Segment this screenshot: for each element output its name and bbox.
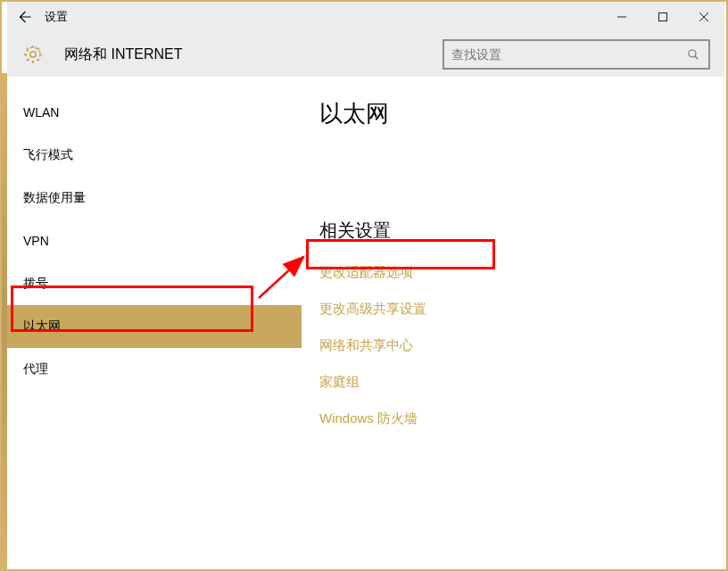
back-button[interactable] [7, 2, 41, 32]
main-content: 以太网 相关设置 更改适配器选项 更改高级共享设置 网络和共享中心 家庭组 Wi… [302, 77, 724, 569]
svg-point-6 [689, 50, 696, 57]
gear-icon [20, 41, 46, 68]
sidebar-item-dialup[interactable]: 拨号 [7, 262, 302, 305]
sidebar-item-label: WLAN [23, 105, 59, 120]
link-homegroup[interactable]: 家庭组 [319, 374, 707, 391]
maximize-button[interactable] [642, 2, 683, 32]
sidebar-item-ethernet[interactable]: 以太网 [7, 305, 302, 348]
sidebar-item-proxy[interactable]: 代理 [7, 348, 302, 391]
sidebar-item-label: 飞行模式 [23, 147, 73, 163]
svg-point-4 [30, 52, 36, 57]
close-icon [699, 12, 709, 22]
header: 网络和 INTERNET [7, 32, 724, 77]
minimize-button[interactable] [601, 2, 642, 32]
search-icon [678, 47, 708, 62]
sidebar-item-airplane[interactable]: 飞行模式 [7, 134, 302, 177]
sidebar-item-label: 以太网 [23, 319, 61, 335]
svg-rect-1 [659, 13, 667, 21]
sidebar-item-label: VPN [23, 234, 49, 248]
settings-window: 设置 网络和 INTERNET [7, 2, 724, 569]
sidebar-item-label: 拨号 [23, 276, 48, 292]
search-input[interactable] [444, 47, 678, 62]
link-change-adapter-options[interactable]: 更改适配器选项 [319, 264, 707, 281]
sidebar-item-label: 代理 [23, 361, 48, 377]
sidebar-item-vpn[interactable]: VPN [7, 219, 302, 262]
link-windows-firewall[interactable]: Windows 防火墙 [319, 410, 707, 427]
titlebar: 设置 [7, 2, 724, 32]
sidebar: WLAN 飞行模式 数据使用量 VPN 拨号 以太网 代理 [7, 77, 302, 569]
related-settings-heading: 相关设置 [319, 219, 707, 243]
search-box[interactable] [443, 39, 710, 70]
page-title: 以太网 [319, 98, 707, 129]
maximize-icon [658, 12, 668, 22]
svg-line-7 [695, 56, 698, 59]
window-controls [601, 2, 724, 32]
minimize-icon [616, 12, 627, 22]
sidebar-item-label: 数据使用量 [23, 190, 86, 206]
window-title: 设置 [45, 9, 68, 25]
link-advanced-sharing[interactable]: 更改高级共享设置 [319, 301, 707, 318]
link-network-sharing-center[interactable]: 网络和共享中心 [319, 337, 707, 354]
sidebar-item-datausage[interactable]: 数据使用量 [7, 177, 302, 219]
sidebar-item-wlan[interactable]: WLAN [7, 91, 302, 134]
close-button[interactable] [683, 2, 724, 32]
category-title: 网络和 INTERNET [64, 46, 182, 64]
back-arrow-icon [16, 9, 32, 25]
body: WLAN 飞行模式 数据使用量 VPN 拨号 以太网 代理 以太网 相关设置 更… [7, 77, 724, 569]
